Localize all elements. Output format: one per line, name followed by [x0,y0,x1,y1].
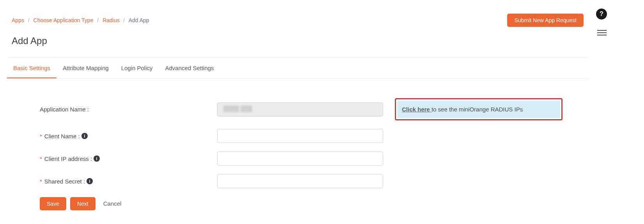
required-marker: * [40,133,42,139]
client-name-input[interactable] [217,129,383,143]
cancel-button[interactable]: Cancel [99,197,126,210]
breadcrumb-choose-type[interactable]: Choose Application Type [34,17,94,23]
required-marker: * [40,155,42,162]
tab-login-policy[interactable]: Login Policy [115,58,159,78]
shared-secret-input[interactable] [217,174,383,188]
help-icon[interactable]: ? [596,9,607,19]
click-here-link[interactable]: Click here [402,106,432,113]
tabs: Basic Settings Attribute Mapping Login P… [7,58,588,79]
next-button[interactable]: Next [70,197,96,210]
submit-new-app-button[interactable]: Submit New App Request [507,14,584,27]
application-name-redacted: ████ ███ [223,106,252,112]
required-marker: * [40,178,42,185]
info-icon[interactable]: i [87,178,93,184]
breadcrumb-sep: / [124,17,125,23]
page-title: Add App [5,31,591,57]
breadcrumb-apps[interactable]: Apps [12,17,24,23]
label-shared-secret: Shared Secret : [44,178,85,185]
client-ip-input[interactable] [217,152,383,166]
tab-basic-settings[interactable]: Basic Settings [7,58,57,78]
tab-attribute-mapping[interactable]: Attribute Mapping [57,58,115,78]
label-client-name: Client Name : [44,133,80,139]
help-glyph: ? [600,11,603,18]
breadcrumb-current: Add App [129,17,149,23]
breadcrumb-sep: / [97,17,99,23]
hamburger-icon[interactable] [597,28,607,37]
label-application-name: Application Name : [40,106,89,113]
info-icon[interactable]: i [94,155,100,162]
callout-text: to see the miniOrange RADIUS IPs [432,106,523,113]
label-client-ip: Client IP address : [44,155,92,162]
save-button[interactable]: Save [40,197,66,210]
breadcrumb-radius[interactable]: Radius [103,17,120,23]
tab-advanced-settings[interactable]: Advanced Settings [159,58,220,78]
breadcrumb: Apps / Choose Application Type / Radius … [12,17,149,23]
radius-ips-callout: Click here to see the miniOrange RADIUS … [395,98,563,120]
info-icon[interactable]: i [81,133,88,139]
breadcrumb-sep: / [28,17,30,23]
